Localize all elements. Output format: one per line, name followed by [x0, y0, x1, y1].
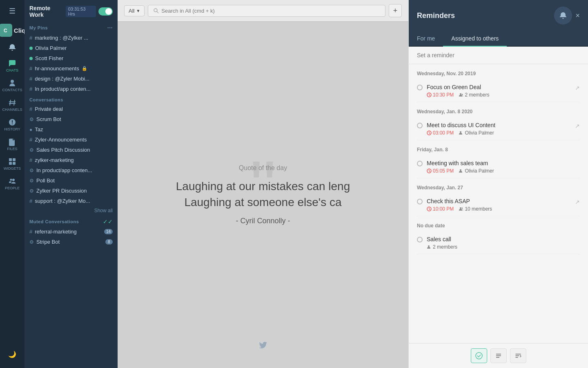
muted-icon: ✓✓: [103, 218, 113, 225]
notification-bell[interactable]: [8, 42, 16, 56]
tab-for-me[interactable]: For me: [409, 31, 443, 47]
pin-item-design[interactable]: # design : @Zyler Mobi...: [24, 74, 118, 84]
bot-icon: ⚙: [29, 117, 34, 122]
pins-more-btn[interactable]: ···: [107, 25, 113, 31]
pin-item-scott[interactable]: Scott Fisher: [24, 53, 118, 63]
reminder-members: 2 members: [459, 92, 489, 98]
reminders-title: Reminders: [417, 11, 455, 20]
reminder-title: Focus on Green Deal: [427, 84, 571, 90]
sort-icon: [514, 352, 522, 359]
reminder-title: Sales call: [427, 236, 580, 242]
search-bar: All ▼ +: [118, 0, 408, 22]
conv-item-poll-bot[interactable]: ⚙ Poll Bot: [24, 175, 118, 186]
conv-item-zylker-mktg[interactable]: # zylker-marketing: [24, 155, 118, 165]
nav-item-chats[interactable]: CHATS: [0, 56, 24, 76]
hash-icon: #: [29, 35, 32, 41]
svg-rect-5: [13, 162, 16, 165]
set-reminder-input-wrap[interactable]: [409, 47, 588, 64]
workspace-header: Remote Work 03:31:53 Hrs: [24, 0, 118, 21]
pin-item-olivia[interactable]: Olivia Palmer: [24, 43, 118, 53]
nav-item-channels[interactable]: CHANNELS: [0, 95, 24, 115]
conv-item-zyler-ann[interactable]: # Zyler-Announcements: [24, 135, 118, 145]
reminder-radio[interactable]: [417, 85, 423, 90]
members-icon: [459, 206, 463, 211]
hash-icon: #: [29, 198, 32, 204]
external-link-icon[interactable]: ↗: [575, 85, 580, 91]
add-button[interactable]: +: [389, 4, 402, 17]
conv-item-taz[interactable]: ● Taz: [24, 124, 118, 135]
search-filter-dropdown[interactable]: All ▼: [124, 5, 145, 16]
reminder-item: Check this ASAP 10:00 PM 10 members ↗: [417, 194, 580, 216]
chevron-down-icon: ▼: [136, 9, 140, 13]
reminder-members: 10 members: [459, 206, 492, 212]
date-label-1: Wednesday, Nov. 20 2019: [417, 71, 580, 76]
conv-item-private-deal[interactable]: # Private deal: [24, 104, 118, 114]
reminder-radio[interactable]: [417, 123, 423, 128]
nav-theme-toggle[interactable]: 🌙: [8, 347, 16, 361]
conv-item-sales-pitch[interactable]: ⚙ Sales Pitch Discussion: [24, 145, 118, 155]
members-icon: [459, 130, 463, 135]
main-area: All ▼ + " Quote of the day Laughing at o…: [118, 0, 408, 368]
person-icon: ●: [29, 127, 32, 132]
clock-icon: [427, 130, 432, 135]
workspace-toggle[interactable]: [98, 7, 113, 16]
members-icon: [459, 92, 463, 97]
reminder-time: 10:00 PM: [427, 206, 454, 212]
hamburger-icon[interactable]: ☰: [9, 7, 16, 16]
reminder-item: Focus on Green Deal 10:30 PM 2 members ↗: [417, 80, 580, 102]
reminder-time: 10:30 PM: [427, 92, 454, 98]
pin-item-marketing[interactable]: # marketing : @Zylker ...: [24, 33, 118, 43]
reminder-title: Check this ASAP: [427, 198, 571, 204]
nav-item-files[interactable]: FILES: [0, 135, 24, 154]
reminder-radio[interactable]: [417, 161, 423, 166]
reminder-meta: 2 members: [427, 244, 580, 250]
online-dot-icon: [29, 57, 33, 60]
external-link-icon[interactable]: ↗: [575, 123, 580, 129]
hash-icon: #: [29, 76, 32, 82]
conv-item-zylker-pr[interactable]: ⚙ Zylker PR Discussion: [24, 186, 118, 196]
bot-icon: ⚙: [29, 147, 34, 153]
set-reminder-input[interactable]: [417, 52, 580, 58]
clock-icon: [427, 206, 432, 211]
muted-item-stripe[interactable]: ⚙ Stripe Bot 8: [24, 237, 118, 247]
muted-item-referral[interactable]: # referral-marketing 14: [24, 227, 118, 237]
nav-item-contacts[interactable]: CONTACTS: [0, 76, 24, 95]
reminder-content: Meeting with sales team 05:05 PM Olivia …: [427, 160, 580, 174]
app-logo-icon: C: [0, 24, 12, 37]
tab-assigned-to-others[interactable]: Assigned to others: [443, 31, 507, 47]
hash-icon: #: [29, 106, 32, 112]
search-input-wrap[interactable]: [148, 5, 385, 17]
svg-point-16: [460, 207, 461, 209]
hash-icon: #: [29, 86, 32, 92]
show-all-button[interactable]: Show all: [24, 206, 118, 215]
nav-item-people[interactable]: PEOPLE: [0, 174, 24, 193]
date-label-3: Friday, Jan. 8: [417, 147, 580, 153]
nav-hamburger[interactable]: ☰: [9, 3, 16, 22]
external-link-icon[interactable]: ↗: [575, 199, 580, 205]
pin-item-hr[interactable]: # hr-announcements 🔒: [24, 63, 118, 74]
pin-item-product[interactable]: # In product/app conten...: [24, 84, 118, 94]
reminder-title: Meet to discuss UI Content: [427, 122, 571, 128]
date-label-5: No due date: [417, 223, 580, 229]
nav-item-history[interactable]: HISTORY: [0, 115, 24, 135]
reminders-panel: Reminders × For me Assigned to others We…: [408, 0, 588, 368]
footer-sort-btn[interactable]: [510, 348, 526, 363]
nav-item-widgets[interactable]: WIDGETS: [0, 154, 24, 174]
conv-item-in-product[interactable]: ⚙ In product/app conten...: [24, 165, 118, 175]
reminders-footer: [409, 343, 588, 368]
search-input[interactable]: [161, 8, 380, 14]
conv-item-support[interactable]: # support : @Zylker Mo...: [24, 196, 118, 206]
reminder-radio[interactable]: [417, 199, 423, 204]
reminders-close-button[interactable]: ×: [575, 11, 580, 20]
app-name: Cliq: [14, 27, 25, 34]
reminder-title: Meeting with sales team: [427, 160, 580, 166]
reminder-item: Sales call 2 members: [417, 232, 580, 254]
svg-point-9: [460, 93, 461, 95]
quote-author: - Cyril Connolly -: [236, 217, 290, 225]
footer-check-btn[interactable]: [471, 348, 487, 363]
reminder-item: Meeting with sales team 05:05 PM Olivia …: [417, 156, 580, 178]
reminder-radio[interactable]: [417, 237, 423, 242]
footer-list-btn[interactable]: [490, 348, 507, 363]
conv-item-scrum-bot[interactable]: ⚙ Scrum Bot: [24, 114, 118, 124]
date-section-1: Wednesday, Nov. 20 2019 Focus on Green D…: [417, 71, 580, 102]
